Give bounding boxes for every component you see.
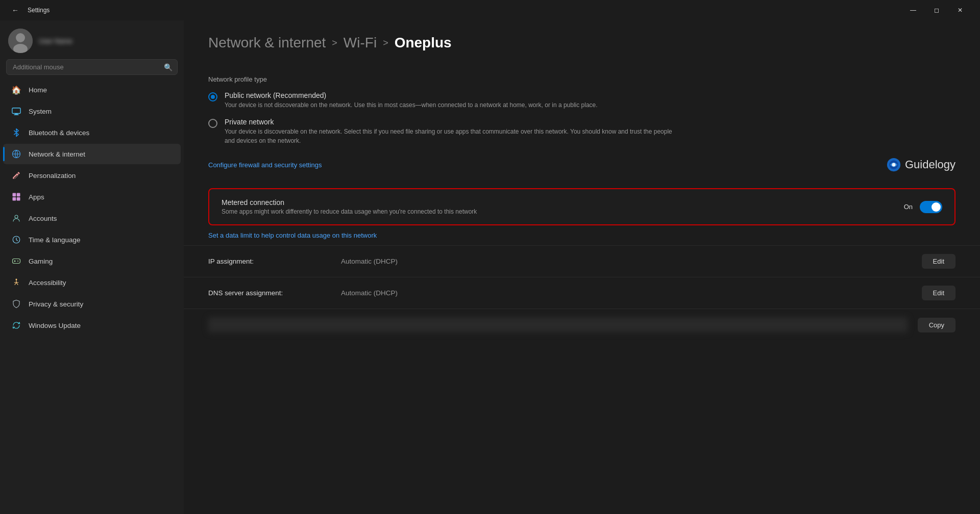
sidebar-item-accessibility[interactable]: Accessibility — [3, 272, 181, 293]
svg-rect-7 — [13, 193, 16, 197]
svg-point-1 — [16, 33, 25, 42]
svg-rect-4 — [15, 114, 17, 115]
public-network-desc: Your device is not discoverable on the n… — [225, 100, 598, 110]
blurred-content — [208, 317, 908, 332]
metered-right: On — [904, 201, 942, 213]
guidelogy-logo-icon — [887, 158, 901, 172]
minimize-button[interactable]: — — [901, 2, 925, 18]
bluetooth-icon — [11, 127, 21, 138]
svg-rect-3 — [12, 108, 20, 114]
guidelogy-label: Guidelogy — [905, 158, 955, 171]
assignment-section: IP assignment: Automatic (DHCP) Edit DNS… — [184, 245, 980, 341]
svg-point-19 — [892, 163, 895, 167]
personalization-icon — [11, 170, 21, 181]
svg-rect-9 — [13, 197, 16, 201]
metered-on-label: On — [904, 203, 913, 211]
svg-rect-10 — [17, 197, 20, 201]
dns-edit-button[interactable]: Edit — [922, 286, 955, 300]
network-profile-label: Network profile type — [208, 75, 955, 83]
public-network-text: Public network (Recommended) Your device… — [225, 91, 598, 110]
profile-name: User Name — [39, 37, 72, 45]
ip-label: IP assignment: — [208, 258, 341, 265]
sidebar-item-network-label: Network & internet — [29, 150, 85, 158]
public-network-radio[interactable] — [208, 92, 217, 101]
sidebar-item-time-label: Time & language — [29, 236, 81, 244]
ip-assignment-row: IP assignment: Automatic (DHCP) Edit — [184, 245, 980, 277]
private-network-title: Private network — [225, 118, 684, 126]
sidebar-item-apps[interactable]: Apps — [3, 187, 181, 207]
metered-connection-box: Metered connection Some apps might work … — [208, 188, 955, 225]
breadcrumb-sep2: > — [383, 38, 388, 48]
search-box: 🔍 — [6, 59, 178, 75]
dns-label: DNS server assignment: — [208, 289, 341, 297]
sidebar-item-home[interactable]: 🏠 Home — [3, 80, 181, 100]
metered-toggle[interactable] — [920, 201, 942, 213]
gaming-icon — [11, 256, 21, 266]
guidelogy-badge: Guidelogy — [887, 158, 955, 172]
data-limit-link[interactable]: Set a data limit to help control data us… — [208, 232, 955, 239]
system-icon — [11, 106, 21, 116]
private-network-option[interactable]: Private network Your device is discovera… — [208, 118, 955, 145]
network-icon — [11, 149, 21, 159]
sidebar-item-privacy-label: Privacy & security — [29, 300, 83, 308]
avatar — [8, 29, 33, 53]
network-profile-section: Network profile type Public network (Rec… — [184, 63, 980, 188]
toggle-knob — [932, 202, 941, 212]
sidebar-item-accessibility-label: Accessibility — [29, 279, 66, 287]
metered-text: Metered connection Some apps might work … — [222, 198, 477, 215]
sidebar-item-time[interactable]: Time & language — [3, 229, 181, 250]
search-input[interactable] — [6, 59, 178, 75]
privacy-icon — [11, 299, 21, 309]
breadcrumb-current: Oneplus — [395, 35, 452, 51]
sidebar-item-gaming[interactable]: Gaming — [3, 251, 181, 271]
sidebar-item-accounts[interactable]: Accounts — [3, 208, 181, 228]
svg-point-14 — [17, 261, 18, 262]
back-button[interactable]: ← — [8, 3, 22, 17]
public-network-option[interactable]: Public network (Recommended) Your device… — [208, 91, 955, 110]
sidebar-item-bluetooth-label: Bluetooth & devices — [29, 129, 89, 137]
private-network-text: Private network Your device is discovera… — [225, 118, 684, 145]
accounts-icon — [11, 213, 21, 223]
svg-point-15 — [17, 261, 18, 262]
svg-rect-8 — [17, 193, 20, 197]
breadcrumb-part2[interactable]: Wi-Fi — [344, 35, 377, 51]
public-network-title: Public network (Recommended) — [225, 91, 598, 99]
copy-button[interactable]: Copy — [918, 318, 955, 332]
sidebar-item-network[interactable]: Network & internet — [3, 144, 181, 164]
firewall-row: Configure firewall and security settings… — [208, 153, 955, 176]
home-icon: 🏠 — [11, 85, 21, 95]
update-icon — [11, 320, 21, 330]
profile-section: User Name — [0, 20, 184, 59]
sidebar-item-gaming-label: Gaming — [29, 258, 53, 265]
sidebar-item-privacy[interactable]: Privacy & security — [3, 294, 181, 314]
copy-row: Copy — [184, 309, 980, 341]
accessibility-icon — [11, 277, 21, 288]
sidebar-item-personalization[interactable]: Personalization — [3, 165, 181, 186]
sidebar: User Name 🔍 🏠 Home System — [0, 20, 184, 514]
apps-icon — [11, 192, 21, 202]
sidebar-item-bluetooth[interactable]: Bluetooth & devices — [3, 122, 181, 143]
maximize-button[interactable]: ◻ — [925, 2, 948, 18]
content-area: Network & internet > Wi-Fi > Oneplus Net… — [184, 20, 980, 514]
private-network-radio[interactable] — [208, 119, 217, 128]
svg-rect-5 — [14, 114, 19, 115]
ip-edit-button[interactable]: Edit — [922, 254, 955, 269]
firewall-link[interactable]: Configure firewall and security settings — [208, 161, 322, 169]
sidebar-item-accounts-label: Accounts — [29, 215, 57, 222]
close-button[interactable]: ✕ — [948, 2, 972, 18]
search-icon: 🔍 — [164, 63, 173, 71]
svg-point-11 — [15, 215, 18, 218]
breadcrumb-sep1: > — [332, 38, 337, 48]
breadcrumb-part1[interactable]: Network & internet — [208, 35, 326, 51]
sidebar-item-update[interactable]: Windows Update — [3, 315, 181, 336]
sidebar-item-apps-label: Apps — [29, 193, 44, 201]
time-icon — [11, 235, 21, 245]
sidebar-item-personalization-label: Personalization — [29, 172, 76, 179]
sidebar-item-system-label: System — [29, 108, 52, 115]
app-title: Settings — [28, 7, 896, 14]
sidebar-item-system[interactable]: System — [3, 101, 181, 121]
metered-title: Metered connection — [222, 198, 477, 207]
breadcrumb: Network & internet > Wi-Fi > Oneplus — [184, 20, 980, 63]
metered-desc: Some apps might work differently to redu… — [222, 208, 477, 215]
ip-value: Automatic (DHCP) — [341, 258, 922, 265]
